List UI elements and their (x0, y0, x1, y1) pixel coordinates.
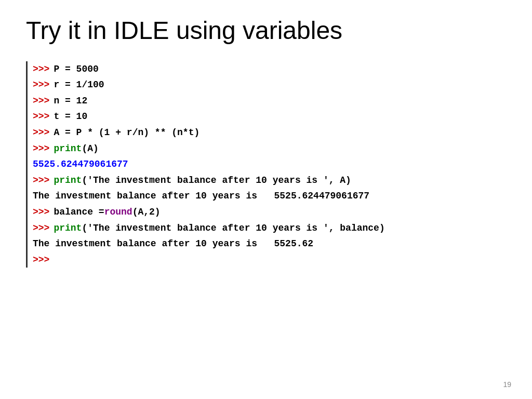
code-print-3: print (54, 220, 82, 236)
prompt-7: >>> (33, 172, 49, 189)
prompt-5: >>> (33, 125, 49, 141)
line-1: >>> P = 5000 (33, 61, 506, 77)
code-print-1: print (54, 141, 82, 157)
prompt-8: >>> (33, 204, 49, 220)
line-6: >>> print(A) (33, 141, 506, 157)
prompt-1: >>> (33, 61, 49, 77)
code-round-args: (A,2) (132, 204, 161, 220)
code-print-3-args: ('The investment balance after 10 years … (82, 220, 384, 236)
prompt-4: >>> (33, 109, 49, 125)
code-print-2: print (54, 172, 82, 189)
code-balance: balance = (54, 204, 104, 220)
slide-container: Try it in IDLE using variables >>> P = 5… (0, 0, 532, 399)
line-7: >>> print('The investment balance after … (33, 172, 506, 189)
output-2: The investment balance after 10 years is… (33, 188, 506, 204)
code-a: A = P * (1 + r/n) ** (n*t) (54, 125, 200, 141)
output-value-3: The investment balance after 10 years is… (33, 236, 313, 252)
line-8: >>> balance = round(A,2) (33, 204, 506, 220)
prompt-9: >>> (33, 220, 49, 236)
line-4: >>> t = 10 (33, 109, 506, 125)
line-3: >>> n = 12 (33, 93, 506, 109)
slide-title: Try it in IDLE using variables (26, 16, 506, 46)
line-final: >>> (33, 252, 506, 268)
page-number: 19 (503, 380, 511, 389)
output-value-1: 5525.624479061677 (33, 156, 128, 172)
prompt-2: >>> (33, 77, 49, 93)
output-3: The investment balance after 10 years is… (33, 236, 506, 252)
line-2: >>> r = 1/100 (33, 77, 506, 93)
prompt-final: >>> (33, 252, 49, 268)
line-9: >>> print('The investment balance after … (33, 220, 506, 236)
code-p: P = 5000 (54, 61, 98, 77)
code-round: round (104, 204, 132, 220)
line-5: >>> A = P * (1 + r/n) ** (n*t) (33, 125, 506, 141)
code-t: t = 10 (54, 109, 87, 125)
code-print-1-args: (A) (82, 141, 98, 157)
code-print-2-args: ('The investment balance after 10 years … (82, 172, 351, 189)
output-value-2: The investment balance after 10 years is… (33, 188, 369, 204)
code-r: r = 1/100 (54, 77, 104, 93)
code-n: n = 12 (54, 93, 87, 109)
idle-window: >>> P = 5000 >>> r = 1/100 >>> n = 12 >>… (26, 61, 506, 268)
prompt-6: >>> (33, 141, 49, 157)
prompt-3: >>> (33, 93, 49, 109)
output-1: 5525.624479061677 (33, 156, 506, 172)
